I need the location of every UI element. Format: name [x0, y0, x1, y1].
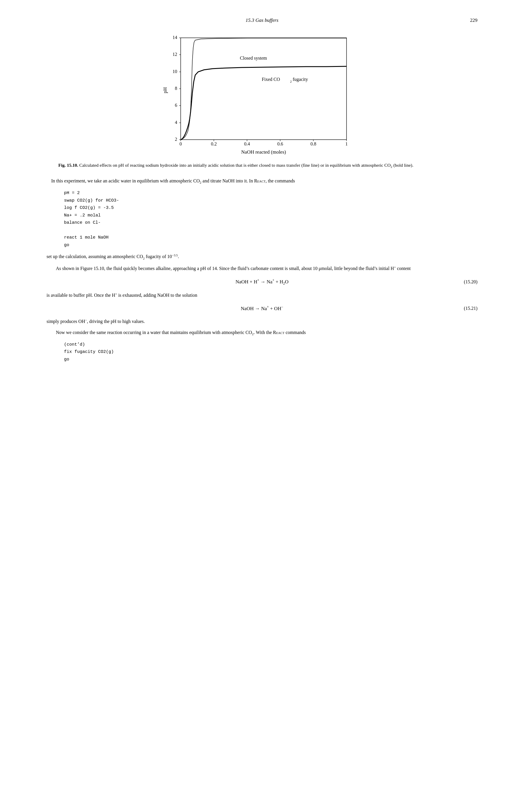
- svg-text:0: 0: [180, 142, 182, 146]
- chart-area: 2 4 6 8 10 12 14 pH 0 0.2 0.4 0.: [160, 32, 364, 157]
- figure-container: 2 4 6 8 10 12 14 pH 0 0.2 0.4 0.: [47, 32, 477, 169]
- svg-rect-0: [181, 38, 346, 140]
- chart-svg: 2 4 6 8 10 12 14 pH 0 0.2 0.4 0.: [160, 32, 364, 157]
- code-block-1: pH = 2 swap CO2(g) for HCO3- log f CO2(g…: [64, 189, 477, 249]
- equation-2: NaOH → Na+ + OH−: [47, 304, 477, 313]
- svg-text:12: 12: [173, 52, 177, 57]
- para3: As shown in Figure 15.10, the fluid quic…: [47, 265, 477, 272]
- svg-text:14: 14: [173, 35, 177, 40]
- svg-text:fugacity: fugacity: [293, 77, 308, 82]
- svg-text:0.8: 0.8: [310, 142, 316, 146]
- body-text: In this experiment, we take an acidic wa…: [47, 177, 477, 363]
- figure-caption: Fig. 15.10. Calculated effects on pH of …: [59, 162, 466, 169]
- svg-text:8: 8: [175, 86, 177, 91]
- svg-text:NaOH reacted (moles): NaOH reacted (moles): [241, 149, 286, 155]
- closed-system-label: Closed system: [240, 55, 267, 61]
- equation-1-number: (15.20): [464, 278, 477, 286]
- svg-text:0.4: 0.4: [244, 142, 250, 146]
- para2: set up the calculation, assuming an atmo…: [47, 253, 477, 261]
- para5: simply produces OH−, driving the pH to h…: [47, 318, 477, 325]
- equation-1-container: NaOH + H+ → Na+ + H2O (15.20): [47, 278, 477, 286]
- para1: In this experiment, we take an acidic wa…: [47, 177, 477, 185]
- svg-text:4: 4: [175, 120, 177, 125]
- fixed-co2-label: Fixed CO: [262, 77, 280, 82]
- svg-text:1: 1: [345, 142, 348, 146]
- page-header: 15.3 Gas buffers 229: [47, 17, 477, 23]
- figure-caption-bold: Fig. 15.10.: [59, 163, 78, 168]
- svg-text:pH: pH: [162, 87, 168, 94]
- svg-text:2: 2: [175, 137, 177, 142]
- code-block-2: (cont’d) fix fugacity CO2(g) go: [64, 341, 477, 363]
- equation-2-container: NaOH → Na+ + OH− (15.21): [47, 304, 477, 313]
- svg-text:0.6: 0.6: [277, 142, 283, 146]
- header-title: 15.3 Gas buffers: [64, 17, 460, 23]
- equation-2-number: (15.21): [464, 304, 477, 312]
- para6: Now we consider the same reaction occurr…: [47, 329, 477, 337]
- svg-text:2: 2: [290, 80, 292, 83]
- svg-text:10: 10: [173, 69, 177, 74]
- para4: is available to buffer pH. Once the H+ i…: [47, 292, 477, 299]
- svg-text:0.2: 0.2: [211, 142, 217, 146]
- svg-text:6: 6: [175, 103, 177, 107]
- header-page: 229: [460, 17, 477, 23]
- figure-caption-text: Calculated effects on pH of reacting sod…: [78, 163, 413, 168]
- equation-1: NaOH + H+ → Na+ + H2O: [47, 278, 477, 286]
